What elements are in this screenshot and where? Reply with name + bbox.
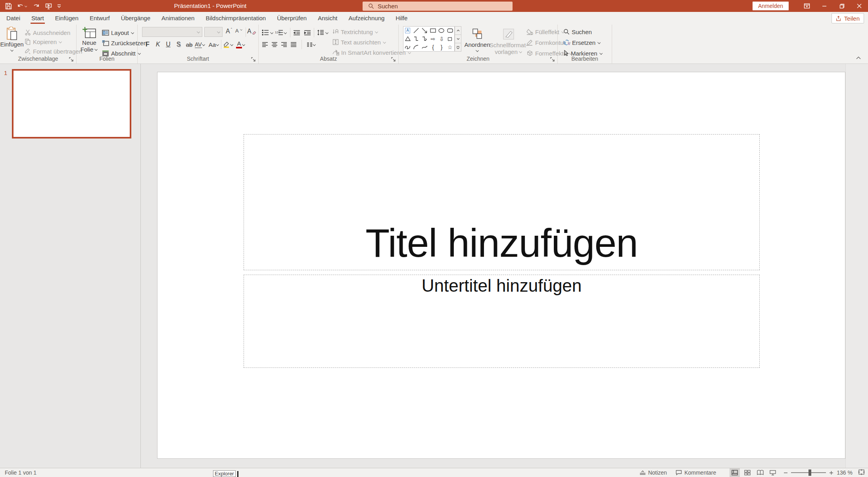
grow-font-button[interactable]: Aˆ: [226, 28, 232, 35]
layout-dropdown-chevron[interactable]: [131, 31, 134, 35]
bullets-dropdown-chevron[interactable]: [270, 31, 274, 35]
shape-curve[interactable]: [421, 43, 429, 51]
zoom-in-icon[interactable]: [829, 471, 833, 475]
shape-rectangle[interactable]: [429, 27, 437, 35]
italic-button[interactable]: K: [153, 41, 163, 48]
shape-left-brace[interactable]: {: [429, 43, 437, 51]
new-slide-button[interactable]: Neue Folie: [79, 27, 100, 60]
arrange-dropdown-chevron[interactable]: [476, 49, 479, 52]
shape-elbow-connector[interactable]: [412, 35, 420, 43]
change-case-button[interactable]: Aa: [209, 41, 219, 48]
zoom-out-icon[interactable]: [784, 471, 788, 475]
normal-view-button[interactable]: [730, 468, 740, 477]
font-dialog-launcher-icon[interactable]: [251, 56, 256, 62]
align-center-icon[interactable]: [271, 42, 278, 48]
reading-view-button[interactable]: [755, 468, 765, 477]
clear-formatting-button[interactable]: A: [247, 28, 256, 35]
bold-button[interactable]: F: [142, 41, 153, 48]
paragraph-dialog-launcher-icon[interactable]: [391, 56, 396, 62]
zoom-level[interactable]: 136 %: [837, 469, 853, 476]
paste-dropdown-chevron[interactable]: [10, 48, 14, 52]
vertical-scrollbar-track[interactable]: [845, 64, 868, 468]
clipboard-dialog-launcher-icon[interactable]: [69, 56, 74, 62]
numbering-dropdown-chevron[interactable]: [284, 31, 287, 35]
comments-toggle[interactable]: Kommentare: [674, 468, 718, 477]
increase-indent-icon[interactable]: [304, 30, 311, 36]
slideshow-view-button[interactable]: [768, 468, 778, 477]
select-dropdown-chevron[interactable]: [599, 52, 603, 55]
title-placeholder[interactable]: Titel hinzufügen: [244, 134, 760, 270]
text-highlight-button[interactable]: [223, 41, 234, 48]
restore-button[interactable]: [833, 0, 851, 12]
tab-hilfe[interactable]: Hilfe: [390, 12, 413, 25]
columns-button[interactable]: [307, 42, 316, 48]
paste-button[interactable]: Einfügen: [2, 27, 22, 58]
tab-einfuegen[interactable]: Einfügen: [50, 12, 84, 25]
layout-button[interactable]: Layout: [102, 28, 134, 37]
tab-aufzeichnung[interactable]: Aufzeichnung: [343, 12, 390, 25]
justify-icon[interactable]: [290, 42, 297, 48]
shape-elbow-arrow-connector[interactable]: [421, 35, 429, 43]
undo-dropdown-chevron[interactable]: [24, 4, 27, 7]
tab-start[interactable]: Start: [26, 12, 50, 25]
customize-qat-chevron-icon[interactable]: [56, 1, 62, 11]
fit-slide-to-window-button[interactable]: [858, 469, 865, 476]
close-button[interactable]: [851, 0, 868, 12]
slide-canvas[interactable]: Titel hinzufügen Untertitel hinzufügen: [157, 72, 845, 459]
strikethrough-button[interactable]: ab: [184, 41, 195, 48]
align-right-icon[interactable]: [281, 42, 287, 48]
bullets-icon[interactable]: [262, 29, 269, 36]
shapes-scroll-up-icon[interactable]: [455, 26, 461, 35]
sign-in-button[interactable]: Anmelden: [753, 2, 789, 10]
collapse-ribbon-icon[interactable]: [856, 54, 861, 61]
shape-triangle[interactable]: [403, 35, 412, 43]
search-box[interactable]: Suchen: [363, 2, 513, 11]
shape-arc[interactable]: [412, 43, 420, 51]
underline-button[interactable]: U: [163, 41, 173, 48]
ribbon-display-options-icon[interactable]: [798, 0, 816, 12]
shape-scribble[interactable]: [403, 43, 412, 51]
undo-icon[interactable]: [16, 1, 28, 11]
shape-right-brace[interactable]: }: [437, 43, 446, 51]
tab-animationen[interactable]: Animationen: [156, 12, 200, 25]
shape-oval[interactable]: [437, 27, 446, 35]
shrink-font-button[interactable]: A: [235, 28, 243, 34]
shape-down-arrow[interactable]: ⇩: [437, 35, 446, 43]
zoom-slider-track[interactable]: [791, 472, 826, 473]
shape-textbox[interactable]: A: [403, 27, 412, 35]
tab-entwurf[interactable]: Entwurf: [84, 12, 115, 25]
share-button[interactable]: Teilen: [832, 13, 864, 23]
slide-thumbnail-1[interactable]: [12, 69, 131, 138]
shape-right-arrow[interactable]: ⇨: [429, 35, 437, 43]
tab-ansicht[interactable]: Ansicht: [312, 12, 343, 25]
replace-dropdown-chevron[interactable]: [597, 41, 601, 44]
tab-bildschirmpraesentation[interactable]: Bildschirmpräsentation: [200, 12, 271, 25]
minimize-button[interactable]: [816, 0, 833, 12]
character-spacing-button[interactable]: AV: [195, 41, 205, 48]
new-slide-dropdown-chevron[interactable]: [94, 48, 98, 51]
text-shadow-button[interactable]: S: [173, 41, 184, 48]
explorer-tooltip[interactable]: Explorer: [213, 470, 236, 477]
numbering-button[interactable]: 123: [275, 29, 287, 36]
shapes-scroll-down-icon[interactable]: [455, 35, 461, 43]
line-spacing-dropdown-chevron[interactable]: [325, 31, 329, 35]
line-spacing-icon[interactable]: [317, 29, 324, 36]
tab-uebergaenge[interactable]: Übergänge: [115, 12, 156, 25]
arrange-button[interactable]: Anordnen: [463, 27, 492, 60]
drawing-dialog-launcher-icon[interactable]: [550, 56, 555, 62]
align-left-icon[interactable]: [262, 42, 268, 48]
font-color-button[interactable]: A: [236, 40, 246, 48]
save-icon[interactable]: [4, 1, 13, 11]
notes-toggle[interactable]: Notizen: [638, 468, 668, 477]
zoom-slider-thumb[interactable]: [808, 469, 811, 476]
shape-flowchart[interactable]: [446, 35, 454, 43]
start-presentation-icon[interactable]: [44, 1, 53, 11]
find-button[interactable]: Suchen: [563, 27, 592, 37]
shape-star[interactable]: ☆: [446, 43, 454, 51]
replace-button[interactable]: b c Ersetzen: [563, 38, 601, 47]
decrease-indent-icon[interactable]: [293, 30, 300, 36]
shape-rounded-rectangle[interactable]: [446, 27, 454, 35]
tab-datei[interactable]: Datei: [1, 12, 26, 25]
redo-icon[interactable]: [32, 1, 40, 11]
shape-line[interactable]: [412, 27, 420, 35]
